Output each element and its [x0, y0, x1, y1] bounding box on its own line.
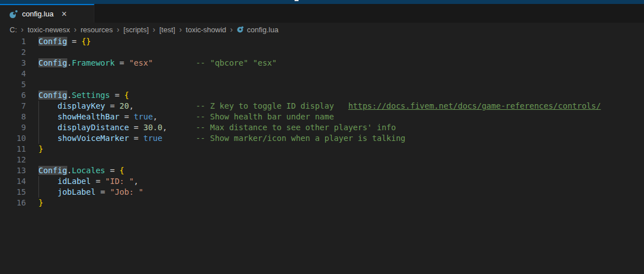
code-token: [38, 134, 58, 143]
code-token: -- Show marker/icon when a player is tal…: [196, 134, 405, 143]
lua-file-icon: [10, 10, 18, 18]
code-token: =: [105, 101, 119, 110]
code-token: Config: [38, 58, 67, 67]
code-token: 20: [119, 101, 129, 110]
breadcrumb-item--test-[interactable]: [test]: [159, 25, 175, 34]
code-token: Framework: [72, 58, 115, 67]
indent-guide: [38, 176, 39, 198]
breadcrumb-item-toxic-showid[interactable]: toxic-showid: [186, 25, 227, 34]
code-token: displayDistance: [58, 123, 129, 132]
code-line[interactable]: 5: [0, 79, 644, 90]
line-number: 8: [0, 112, 26, 122]
code-line[interactable]: 11}: [0, 144, 644, 155]
code-token: Locales: [72, 166, 105, 175]
code-token: {}: [81, 37, 91, 46]
code-token: Config: [38, 166, 67, 175]
breadcrumb-separator-icon: ›: [230, 25, 233, 33]
code-token: [38, 177, 58, 186]
code-token: .: [67, 91, 72, 100]
code-token: }: [38, 198, 43, 207]
line-number: 15: [0, 187, 26, 198]
breadcrumb-separator-icon: ›: [153, 25, 155, 33]
indent-guide: [38, 101, 39, 144]
close-icon[interactable]: ×: [62, 10, 67, 19]
line-number: 7: [0, 101, 26, 112]
code-token: -- Max distance to see other players' in…: [196, 123, 396, 132]
code-token: displayKey: [58, 101, 105, 110]
line-number: 2: [0, 47, 26, 58]
code-token: {: [119, 166, 124, 175]
code-token: .: [67, 166, 72, 175]
code-line[interactable]: 16}: [0, 198, 644, 208]
code-token: Config: [38, 37, 67, 46]
code-token: =: [67, 37, 81, 46]
code-token: "esx": [129, 58, 153, 67]
code-token: [167, 123, 196, 132]
line-number: 12: [0, 155, 26, 165]
code-token: ,: [129, 101, 133, 110]
code-line[interactable]: 13Config.Locales = {: [0, 165, 644, 176]
line-number: 13: [0, 165, 26, 176]
code-token: jobLabel: [58, 187, 96, 196]
code-token: =: [105, 166, 119, 175]
code-token: [162, 134, 196, 143]
code-line[interactable]: 10 showVoiceMarker = true -- Show marker…: [0, 133, 644, 144]
breadcrumb-item-resources[interactable]: resources: [80, 25, 113, 34]
titlebar-text-remnant: [295, 0, 299, 1]
breadcrumb-separator-icon: ›: [74, 25, 77, 33]
code-token: ,: [162, 123, 167, 132]
line-number: 3: [0, 58, 26, 68]
code-line[interactable]: 7 displayKey = 20, -- Z key to toggle ID…: [0, 101, 644, 112]
code-token: -- Show health bar under name: [196, 112, 334, 121]
code-area[interactable]: 1Config = {}23Config.Framework = "esx" -…: [0, 36, 644, 274]
code-token: [38, 112, 58, 121]
code-token: -- "qbcore" "esx": [196, 58, 276, 67]
code-token: showHealthBar: [58, 112, 120, 121]
comment-link[interactable]: https://docs.fivem.net/docs/game-referen…: [348, 101, 601, 110]
code-token: =: [129, 134, 143, 143]
code-token: true: [134, 112, 153, 121]
code-token: "Job: ": [110, 187, 143, 196]
breadcrumb: C:›toxic-newesx›resources›[scripts]›[tes…: [0, 23, 644, 36]
code-token: =: [115, 58, 129, 67]
breadcrumb-separator-icon: ›: [179, 25, 182, 33]
code-token: -- Z key to toggle ID display: [196, 101, 348, 110]
breadcrumb-item-toxic-newesx[interactable]: toxic-newesx: [28, 25, 70, 34]
code-token: showVoiceMarker: [58, 134, 129, 143]
code-line[interactable]: 6Config.Settings = {: [0, 90, 644, 101]
code-token: =: [110, 91, 124, 100]
window-titlebar: [0, 0, 644, 4]
code-token: Settings: [72, 91, 110, 100]
breadcrumb-separator-icon: ›: [21, 25, 24, 33]
code-token: 30.0: [143, 123, 162, 132]
line-number: 16: [0, 198, 26, 208]
code-line[interactable]: 14 idLabel = "ID: ",: [0, 176, 644, 187]
code-token: }: [38, 144, 43, 153]
code-token: [134, 101, 196, 110]
line-number: 10: [0, 133, 26, 144]
code-token: [38, 123, 58, 132]
breadcrumb-separator-icon: ›: [117, 25, 120, 33]
code-line[interactable]: 12: [0, 155, 644, 165]
line-number: 6: [0, 90, 26, 101]
code-line[interactable]: 1Config = {}: [0, 36, 644, 47]
code-token: [158, 112, 196, 121]
code-token: ,: [153, 112, 157, 121]
breadcrumb-item-config-lua[interactable]: config.lua: [247, 25, 279, 34]
code-token: =: [96, 187, 110, 196]
breadcrumb-item--scripts-[interactable]: [scripts]: [123, 25, 149, 34]
code-line[interactable]: 9 displayDistance = 30.0, -- Max distanc…: [0, 122, 644, 133]
line-number: 5: [0, 79, 26, 90]
tab-config-lua[interactable]: config.lua ×: [0, 4, 94, 23]
code-line[interactable]: 15 jobLabel = "Job: ": [0, 187, 644, 198]
code-line[interactable]: 3Config.Framework = "esx" -- "qbcore" "e…: [0, 58, 644, 68]
code-token: [38, 187, 58, 196]
tab-label: config.lua: [22, 10, 54, 18]
code-line[interactable]: 8 showHealthBar = true, -- Show health b…: [0, 112, 644, 122]
breadcrumb-item-c-[interactable]: C:: [10, 25, 17, 34]
code-token: =: [129, 123, 143, 132]
code-line[interactable]: 2: [0, 47, 644, 58]
line-number: 14: [0, 176, 26, 187]
code-line[interactable]: 4: [0, 68, 644, 79]
code-token: "ID: ": [105, 177, 134, 186]
